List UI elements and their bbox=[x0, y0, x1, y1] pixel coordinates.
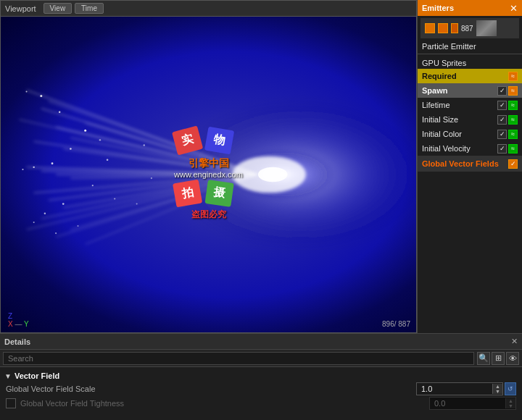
viewport-panel: Viewport View Time bbox=[0, 0, 417, 333]
prop-scale-label: Global Vector Field Scale bbox=[6, 385, 416, 393]
details-titlebar: Details ✕ bbox=[0, 334, 522, 350]
x-axis-label: X bbox=[8, 320, 13, 328]
module-item-initial-velocity[interactable]: Initial Velocity bbox=[418, 141, 522, 156]
emitter-name-label: Particle Emitter bbox=[422, 42, 476, 51]
prop-scale-reset-button[interactable]: ↺ bbox=[505, 382, 516, 395]
emitters-close-button[interactable]: ✕ bbox=[510, 3, 518, 14]
module-initial-color-graph-icon[interactable] bbox=[508, 130, 518, 139]
tightness-spin-up-button[interactable]: ▲ bbox=[506, 398, 515, 403]
emitters-panel: Emitters ✕ 887 Particle Emitter GPU Spri… bbox=[417, 0, 522, 333]
module-item-required[interactable]: Required bbox=[418, 69, 522, 83]
module-initial-size-graph-icon[interactable] bbox=[508, 115, 518, 125]
module-required-label: Required bbox=[422, 72, 508, 80]
module-lifetime-check[interactable] bbox=[497, 101, 507, 110]
viewport-title: Viewport bbox=[5, 4, 36, 13]
search-icon-button[interactable]: 🔍 bbox=[477, 352, 490, 365]
module-lifetime-graph-icon[interactable] bbox=[508, 101, 518, 110]
z-axis-label: Z bbox=[8, 312, 12, 320]
search-input[interactable] bbox=[3, 352, 474, 365]
prop-tightness-value-box: 0.0 ▲ ▼ bbox=[429, 397, 516, 410]
module-initial-color-check[interactable] bbox=[497, 130, 507, 139]
grid-view-icon-button[interactable]: ⊞ bbox=[492, 352, 505, 365]
svg-point-30 bbox=[51, 162, 54, 164]
details-title: Details bbox=[4, 337, 30, 346]
particle-effect-svg bbox=[1, 17, 416, 332]
svg-point-27 bbox=[40, 95, 42, 97]
svg-point-36 bbox=[55, 232, 57, 234]
emitters-titlebar: Emitters ✕ bbox=[418, 0, 522, 16]
module-global-vector-label: Global Vector Fields bbox=[422, 159, 508, 168]
module-item-spawn[interactable]: Spawn bbox=[418, 83, 522, 98]
module-initial-velocity-graph-icon[interactable] bbox=[508, 144, 518, 154]
module-initial-size-label: Initial Size bbox=[422, 115, 497, 124]
module-initial-velocity-label: Initial Velocity bbox=[422, 144, 497, 153]
details-close-button[interactable]: ✕ bbox=[511, 337, 518, 346]
viewport-canvas: 实 物 引擎中国 www.enginedx.com 拍 摄 盗图必究 Z X — bbox=[1, 17, 416, 332]
emitter-count: 887 bbox=[461, 25, 473, 33]
module-list: Required Spawn Lifetime Initial Si bbox=[418, 69, 522, 333]
details-content: ▼ Vector Field Global Vector Field Scale… bbox=[0, 367, 522, 413]
search-bar: 🔍 ⊞ 👁 bbox=[0, 350, 522, 367]
resolution-label: 896/ 887 bbox=[382, 320, 410, 328]
module-initial-color-label: Initial Color bbox=[422, 130, 497, 138]
module-item-global-vector-fields[interactable]: Global Vector Fields bbox=[418, 156, 522, 172]
emitter-icon bbox=[425, 23, 435, 33]
svg-point-25 bbox=[84, 130, 86, 132]
module-item-lifetime[interactable]: Lifetime bbox=[418, 98, 522, 112]
prop-tightness-spinner[interactable]: ▲ ▼ bbox=[505, 398, 515, 408]
details-panel: Details ✕ 🔍 ⊞ 👁 ▼ Vector Field Global Ve… bbox=[0, 333, 522, 420]
eye-icon-button[interactable]: 👁 bbox=[506, 352, 519, 365]
svg-point-37 bbox=[78, 225, 79, 227]
svg-point-31 bbox=[33, 167, 34, 168]
emitter-icon-2 bbox=[438, 23, 448, 33]
spin-down-button[interactable]: ▼ bbox=[493, 389, 502, 394]
prop-scale-value-box: 1.0 ▲ ▼ bbox=[416, 382, 503, 395]
svg-point-33 bbox=[62, 203, 65, 205]
spin-up-button[interactable]: ▲ bbox=[493, 384, 502, 389]
vector-field-section-header[interactable]: ▼ Vector Field bbox=[4, 370, 518, 382]
search-icon-group: 🔍 ⊞ 👁 bbox=[477, 352, 519, 365]
prop-scale-value: 1.0 bbox=[417, 385, 492, 393]
svg-point-3 bbox=[258, 167, 288, 182]
prop-scale-spinner[interactable]: ▲ ▼ bbox=[492, 384, 502, 394]
svg-point-40 bbox=[92, 185, 94, 186]
svg-point-28 bbox=[26, 91, 28, 92]
viewport-titlebar: Viewport View Time bbox=[1, 1, 416, 17]
svg-point-35 bbox=[33, 222, 35, 223]
svg-point-41 bbox=[114, 198, 115, 199]
emitter-name-row: Particle Emitter bbox=[418, 41, 522, 52]
module-initial-velocity-check[interactable] bbox=[497, 144, 507, 154]
module-required-graph-icon[interactable] bbox=[508, 72, 518, 81]
module-spawn-check[interactable] bbox=[497, 86, 507, 96]
svg-point-39 bbox=[107, 159, 109, 161]
vector-field-section-title: Vector Field bbox=[14, 371, 59, 380]
gpu-sprites-label: GPU Sprites bbox=[418, 56, 522, 69]
module-item-initial-size[interactable]: Initial Size bbox=[418, 112, 522, 127]
module-global-vector-check[interactable] bbox=[508, 159, 518, 169]
module-spawn-label: Spawn bbox=[422, 86, 497, 95]
prop-tightness-value: 0.0 bbox=[430, 399, 505, 408]
coord-label: Z X — Y bbox=[8, 312, 29, 328]
svg-point-43 bbox=[151, 177, 152, 179]
module-spawn-graph-icon[interactable] bbox=[508, 86, 518, 96]
emitters-title: Emitters bbox=[422, 4, 454, 12]
svg-point-32 bbox=[22, 169, 23, 170]
y-axis-label: Y bbox=[24, 320, 29, 328]
emitter-item[interactable]: 887 bbox=[420, 18, 519, 38]
svg-point-29 bbox=[70, 148, 72, 150]
tightness-spin-down-button[interactable]: ▼ bbox=[506, 403, 515, 408]
svg-point-26 bbox=[59, 112, 60, 113]
prop-tightness-label: Global Vector Field Tightness bbox=[20, 399, 429, 408]
view-button[interactable]: View bbox=[44, 3, 72, 14]
property-row-tightness: Global Vector Field Tightness 0.0 ▲ ▼ bbox=[4, 396, 518, 411]
module-item-initial-color[interactable]: Initial Color bbox=[418, 127, 522, 141]
time-button[interactable]: Time bbox=[75, 3, 104, 14]
prop-tightness-checkbox[interactable] bbox=[6, 398, 16, 408]
section-collapse-arrow[interactable]: ▼ bbox=[4, 372, 12, 380]
svg-point-38 bbox=[99, 139, 101, 140]
property-row-scale: Global Vector Field Scale 1.0 ▲ ▼ ↺ bbox=[4, 382, 518, 396]
svg-point-44 bbox=[136, 203, 138, 205]
module-initial-size-check[interactable] bbox=[497, 115, 507, 125]
svg-point-42 bbox=[144, 144, 145, 146]
emitter-icon-3 bbox=[451, 23, 458, 33]
